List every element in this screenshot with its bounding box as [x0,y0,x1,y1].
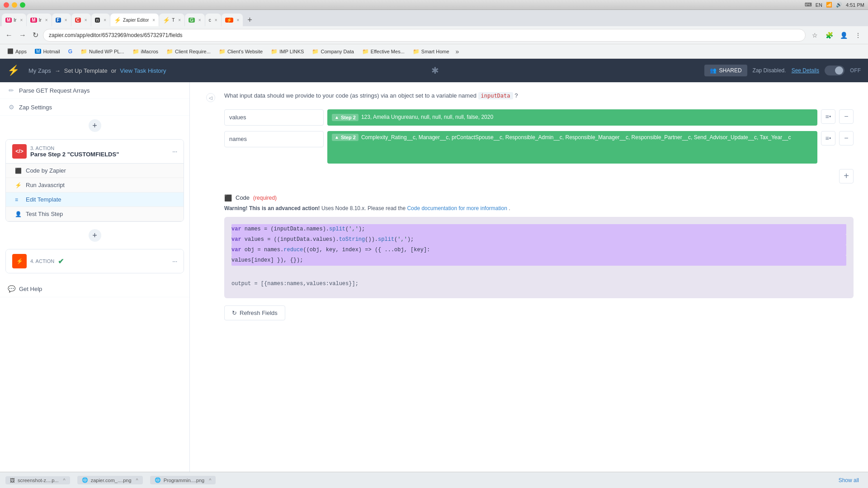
code-doc-link[interactable]: Code documentation for more information [407,205,507,211]
forward-btn[interactable]: → [17,29,28,41]
bookmark-imacros[interactable]: iMacros [129,47,162,56]
sub-item-label: Code by Zapier [26,167,66,174]
browser-tab[interactable]: n× [91,14,110,26]
action-4-header[interactable]: ⚡ 4. ACTION ✔ ··· [6,249,184,273]
action-3-title: Parse Step 2 "CUSTOMFIELDS" [30,151,119,158]
sub-item-label: Test This Step [26,211,63,217]
bookmark-company-data[interactable]: Company Data [308,47,357,56]
add-step-btn-2[interactable]: + [89,229,101,242]
status-favicon-1: 🖼 [10,478,15,483]
view-task-history-link[interactable]: View Task History [120,67,166,74]
code-output-line: output = [{names:names,values:values}]; [231,280,846,288]
status-close-1[interactable]: ^ [63,478,65,483]
field-remove-btn-names[interactable]: − [839,131,854,145]
extensions-icon[interactable]: 🧩 [823,29,835,42]
action-3-sub-edit-template[interactable]: ≡ Edit Template [6,192,184,207]
star-icon[interactable]: ☆ [808,29,821,42]
browser-tabs-bar: MIr× MIr× F× C× n× ⚡Zapier Editor× ⚡T× G… [0,10,868,26]
field-label-values[interactable]: values [224,109,324,126]
bookmark-google[interactable]: G [65,47,76,56]
shared-button[interactable]: 👥 SHARED [704,65,747,76]
get-help-label: Get Help [19,286,42,292]
browser-tab[interactable]: MIr× [27,14,51,26]
bookmark-imp-links[interactable]: IMP LINKS [267,47,307,56]
shared-label: SHARED [719,67,742,74]
bookmark-client-req[interactable]: Client Require... [163,47,214,56]
bookmark-label: Company Data [321,49,354,54]
reload-btn[interactable]: ↻ [31,29,40,41]
hotmail-icon: M [35,49,41,54]
google-icon: G [68,48,72,55]
new-tab-btn[interactable]: + [243,14,256,26]
add-field-btn[interactable]: + [839,169,854,183]
bookmark-nulled[interactable]: Nulled WP PL... [77,47,127,56]
browser-tab[interactable]: c× [205,14,221,26]
status-close-2[interactable]: ^ [136,478,138,483]
sub-item-label: Edit Template [26,196,61,203]
bookmark-hotmail[interactable]: M Hotmail [31,48,64,55]
action-4-card: ⚡ 4. ACTION ✔ ··· [5,249,184,273]
browser-tab[interactable]: F× [52,14,71,26]
field-remove-btn-values[interactable]: − [839,109,854,124]
field-row-names: names ▲ Step 2 Complexity_Rating__c, Man… [224,131,854,164]
field-value-text-names: Complexity_Rating__c, Manager__c, prCont… [361,134,813,141]
code-editor[interactable]: var names = (inputData.names).split(',')… [224,217,854,298]
action-4-menu-icon[interactable]: ··· [172,258,177,265]
window-close-btn[interactable] [4,2,9,8]
sidebar-item-parse-get[interactable]: ✏ Parse GET Request Arrays [0,82,189,99]
field-settings-btn-names[interactable]: ≡● [821,131,835,145]
action-3-menu-icon[interactable]: ··· [172,148,177,155]
sidebar: ✏ Parse GET Request Arrays ⚙ Zap Setting… [0,82,190,472]
toggle-knob [835,66,843,75]
bookmark-apps[interactable]: ⬛ Apps [4,47,30,55]
browser-tab[interactable]: G× [185,14,205,26]
status-favicon-3: 🌐 [155,477,161,483]
status-item-3[interactable]: 🌐 Programmin....png ^ [150,476,216,484]
back-btn[interactable]: ← [4,29,14,41]
action-3-sub-test-step[interactable]: 👤 Test This Step [6,207,184,221]
lines-icon: ≡ [15,197,22,203]
collapse-toggle[interactable]: ◁ [206,93,215,102]
address-bar[interactable]: zapier.com/app/editor/65732969/nodes/657… [43,29,806,42]
code-line-1: var names = (inputData.names).split(',')… [231,224,846,235]
sidebar-item-zap-settings[interactable]: ⚙ Zap Settings [0,99,189,116]
keyboard-icon: ⌨ [805,2,812,8]
zap-disabled-text: Zap Disabled. [753,67,786,74]
clock: 4:51 PM [846,2,864,8]
sub-item-label: Run Javascript [26,182,65,188]
status-close-3[interactable]: ^ [209,478,211,483]
status-item-1[interactable]: 🖼 screenshot-z....p... ^ [5,476,70,484]
action-3-sub-code-by-zapier[interactable]: ⬛ Code by Zapier [6,164,184,178]
see-details-link[interactable]: See Details [792,67,819,74]
sidebar-item-get-help[interactable]: 💬 Get Help [0,281,189,297]
bookmark-label: Smart Home [421,49,449,54]
checkmark-icon: ✔ [58,257,64,266]
sidebar-parse-label: Parse GET Request Arrays [19,87,90,94]
bookmark-label: Client Require... [175,49,211,54]
field-label-names[interactable]: names [224,131,324,147]
bookmark-effective-mes[interactable]: Effective Mes... [359,47,408,56]
status-item-2[interactable]: 🌐 zapier.com_....png ^ [77,476,143,484]
bookmark-smart-home[interactable]: Smart Home [409,47,453,56]
refresh-fields-btn[interactable]: ↻ Refresh Fields [224,305,285,320]
window-minimize-btn[interactable] [12,2,17,8]
profile-icon[interactable]: 👤 [837,29,850,42]
zap-toggle[interactable] [825,66,844,75]
my-zaps-link[interactable]: My Zaps [28,67,51,74]
show-all-button[interactable]: Show all [835,475,863,485]
bookmarks-overflow[interactable]: » [454,47,461,56]
chat-icon: 💬 [7,285,15,292]
browser-tab[interactable]: C× [71,14,91,26]
browser-tab-active[interactable]: ⚡Zapier Editor× [110,14,159,26]
browser-tab[interactable]: MIr× [2,14,26,26]
action-3-sub-run-javascript[interactable]: ⚡ Run Javascript [6,178,184,192]
browser-tab[interactable]: ⚡T× [159,14,184,26]
os-status-area: ⌨ EN 📶 🔊 4:51 PM [805,2,864,8]
bookmark-clients-website[interactable]: Client's Website [215,47,266,56]
action-3-header[interactable]: </> 3. ACTION Parse Step 2 "CUSTOMFIELDS… [6,140,184,164]
menu-icon[interactable]: ⋮ [852,29,864,42]
field-settings-btn-values[interactable]: ≡● [821,109,835,124]
add-step-btn[interactable]: + [89,119,101,132]
browser-tab[interactable]: ⚡× [222,14,243,26]
window-maximize-btn[interactable] [20,2,25,8]
